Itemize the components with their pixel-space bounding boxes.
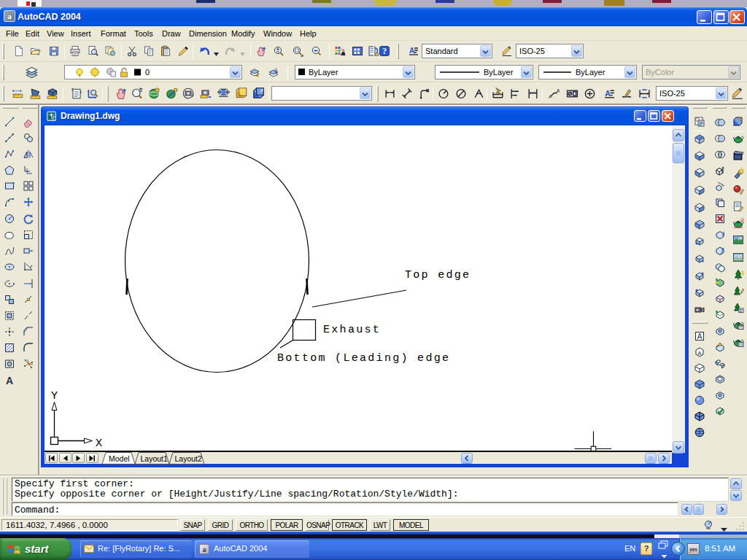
- svg-text:A: A: [697, 350, 702, 357]
- svg-text:?: ?: [382, 47, 387, 55]
- svg-text:Y: Y: [51, 390, 58, 402]
- svg-text:Layout2: Layout2: [175, 454, 203, 463]
- svg-text:Bottom (Leading) edge: Bottom (Leading) edge: [277, 352, 450, 365]
- svg-text:A: A: [409, 47, 414, 55]
- svg-text:ByLayer: ByLayer: [484, 68, 514, 77]
- svg-text:A: A: [556, 88, 559, 94]
- svg-text:Top edge: Top edge: [405, 269, 471, 281]
- svg-text:Layout1: Layout1: [141, 454, 169, 463]
- svg-text:A: A: [605, 88, 611, 97]
- svg-text:?: ?: [644, 544, 649, 553]
- svg-text:a: a: [7, 12, 12, 20]
- svg-text:ByLayer: ByLayer: [576, 68, 605, 77]
- svg-text:Model: Model: [109, 454, 130, 463]
- svg-text:0: 0: [145, 68, 150, 77]
- svg-text:A: A: [697, 332, 702, 341]
- svg-text:A: A: [6, 375, 13, 386]
- svg-text:Exhaust: Exhaust: [323, 324, 381, 336]
- svg-text:ByLayer: ByLayer: [309, 68, 338, 77]
- svg-text:yes: yes: [689, 546, 697, 553]
- svg-text:UV: UV: [740, 217, 744, 222]
- svg-text:X: X: [96, 438, 102, 450]
- svg-text:a: a: [203, 545, 206, 553]
